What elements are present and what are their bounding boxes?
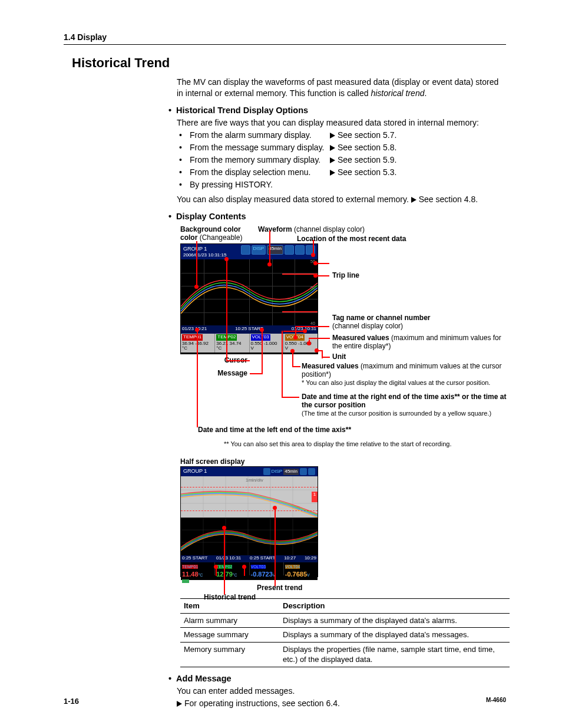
page-header: 1.4 Display bbox=[64, 32, 506, 45]
figure-half-screen: Half screen display GROUP 1 2006/01/23 1… bbox=[180, 457, 422, 594]
table-row: Memory summaryDisplays the properties (f… bbox=[180, 642, 510, 667]
summary-table: ItemDescription Alarm summaryDisplays a … bbox=[180, 598, 510, 667]
triangle-icon bbox=[330, 157, 335, 163]
triangle-icon bbox=[330, 133, 335, 139]
options-tail: You can also display measured data store… bbox=[177, 194, 506, 205]
options-lead: There are five ways that you can display… bbox=[177, 117, 506, 129]
triangle-icon bbox=[411, 197, 416, 203]
figure-display-contents: Background colorcolor (Changeable) Wavef… bbox=[180, 226, 510, 456]
table-row: Message summaryDisplays a summary of the… bbox=[180, 628, 510, 643]
triangle-icon bbox=[330, 145, 335, 151]
add-message-text: You can enter added messages. bbox=[177, 686, 506, 697]
titlebar-icons: DISP45min bbox=[240, 245, 315, 258]
options-list: •From the alarm summary display.See sect… bbox=[177, 130, 506, 190]
options-heading: •Historical Trend Display Options bbox=[168, 105, 506, 117]
page-footer: 1-16 M-4660 bbox=[64, 697, 506, 706]
page-title: Historical Trend bbox=[72, 55, 506, 71]
display-contents-heading: •Display Contents bbox=[168, 211, 506, 223]
add-message-heading: •Add Message bbox=[168, 673, 506, 685]
intro-paragraph: The MV can display the waveforms of past… bbox=[177, 77, 506, 99]
half-screen-screenshot: GROUP 1 2006/01/23 10:31:33 DISP 45min 1… bbox=[180, 466, 318, 577]
table-row: Alarm summaryDisplays a summary of the d… bbox=[180, 613, 510, 628]
triangle-icon bbox=[330, 170, 335, 176]
